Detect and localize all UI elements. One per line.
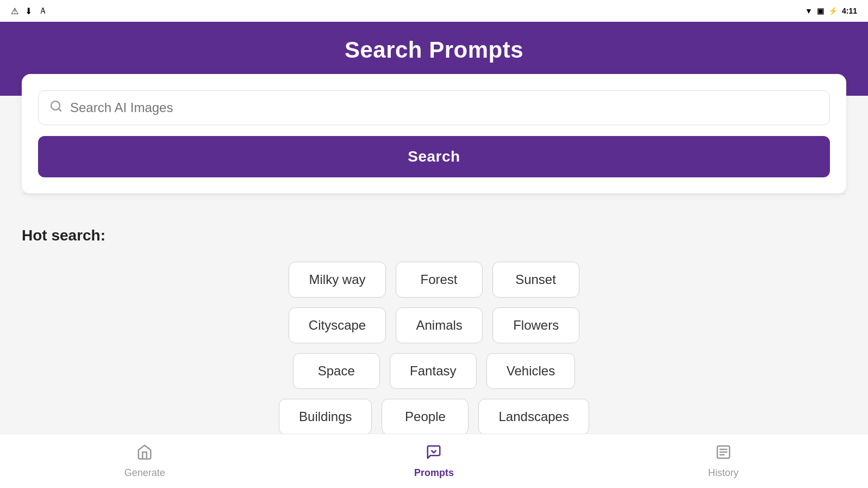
nav-label-history: History — [708, 467, 739, 479]
prompts-icon — [426, 444, 442, 464]
tag-milky-way[interactable]: Milky way — [289, 262, 385, 298]
signal-icon: ▣ — [817, 7, 824, 15]
warning-icon: ⚠ — [11, 6, 18, 16]
tag-space[interactable]: Space — [293, 353, 380, 389]
home-icon — [136, 444, 153, 464]
page-title: Search Prompts — [11, 37, 857, 63]
tag-animals[interactable]: Animals — [396, 307, 483, 343]
nav-item-prompts[interactable]: Prompts — [289, 444, 578, 479]
search-input-wrapper — [38, 90, 830, 125]
nav-item-generate[interactable]: Generate — [0, 444, 289, 479]
search-button[interactable]: Search — [38, 136, 830, 177]
search-icon — [49, 100, 63, 116]
tag-sunset[interactable]: Sunset — [492, 262, 579, 298]
tags-row-4: Buildings People Landscapes — [279, 399, 589, 435]
bottom-nav: Generate Prompts History — [0, 434, 868, 488]
nav-label-prompts: Prompts — [414, 467, 454, 479]
clock: 4:11 — [842, 7, 857, 15]
wifi-icon: ▼ — [805, 7, 813, 15]
nav-item-history[interactable]: History — [579, 444, 868, 479]
search-input[interactable] — [70, 100, 819, 115]
tag-fantasy[interactable]: Fantasy — [390, 353, 477, 389]
battery-icon: ⚡ — [828, 7, 838, 15]
nav-label-generate: Generate — [124, 467, 165, 479]
svg-line-1 — [59, 109, 61, 111]
history-icon — [715, 444, 732, 464]
search-card: Search — [22, 74, 846, 194]
tag-flowers[interactable]: Flowers — [492, 307, 579, 343]
tags-row-1: Milky way Forest Sunset — [289, 262, 579, 298]
tags-row-3: Space Fantasy Vehicles — [293, 353, 575, 389]
tag-buildings[interactable]: Buildings — [279, 399, 372, 435]
tag-cityscape[interactable]: Cityscape — [289, 307, 386, 343]
tag-people[interactable]: People — [382, 399, 469, 435]
status-bar: ⚠ ⬇ Ａ ▼ ▣ ⚡ 4:11 — [0, 0, 868, 22]
tag-forest[interactable]: Forest — [396, 262, 483, 298]
status-bar-left: ⚠ ⬇ Ａ — [11, 5, 47, 17]
tags-row-2: Cityscape Animals Flowers — [289, 307, 579, 343]
tag-landscapes[interactable]: Landscapes — [478, 399, 589, 435]
download-icon: ⬇ — [25, 6, 32, 16]
hot-search-label: Hot search: — [22, 227, 846, 244]
font-icon: Ａ — [39, 5, 47, 17]
status-bar-right: ▼ ▣ ⚡ 4:11 — [805, 7, 857, 15]
tag-vehicles[interactable]: Vehicles — [486, 353, 575, 389]
